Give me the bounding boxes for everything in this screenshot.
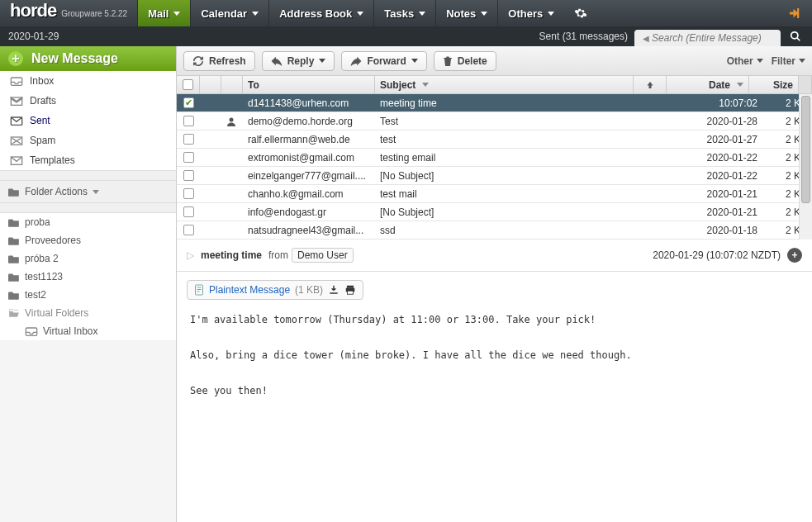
select-all-checkbox[interactable] xyxy=(177,76,200,93)
row-date: 2020-01-22 xyxy=(680,149,762,166)
folder-item[interactable]: proba xyxy=(0,213,176,231)
chevron-down-icon xyxy=(737,83,743,87)
preview-subject: meeting time xyxy=(201,249,262,261)
logout-button[interactable] xyxy=(777,0,812,26)
brand-text: horde xyxy=(10,0,56,21)
message-row[interactable]: d1411438@urhen.com meeting time 10:07:02… xyxy=(177,94,812,112)
sidebar-spam[interactable]: Spam xyxy=(0,130,176,150)
folder-icon xyxy=(8,272,20,282)
forward-button[interactable]: Forward xyxy=(341,51,426,71)
preview-header: ▷ meeting time from Demo User 2020-01-29… xyxy=(177,240,812,272)
chevron-down-icon xyxy=(419,12,425,16)
scrollbar-thumb[interactable] xyxy=(801,96,810,203)
row-checkbox[interactable] xyxy=(183,116,194,126)
plaintext-link[interactable]: Plaintext Message xyxy=(209,284,290,296)
sidebar-inbox[interactable]: Inbox xyxy=(0,71,176,91)
message-row[interactable]: natsudragneel43@gmail... ssd 2020-01-18 … xyxy=(177,221,812,240)
reply-button[interactable]: Reply xyxy=(262,51,335,71)
sidebar-drafts[interactable]: Drafts xyxy=(0,91,176,111)
date-column-header[interactable]: Date xyxy=(667,76,749,93)
icon-column[interactable] xyxy=(221,76,243,93)
print-icon xyxy=(344,284,356,296)
refresh-button[interactable]: Refresh xyxy=(183,51,255,71)
row-checkbox[interactable] xyxy=(183,188,194,199)
message-row[interactable]: chanho.k@gmail.com test mail 2020-01-21 … xyxy=(177,185,812,203)
delete-button[interactable]: Delete xyxy=(434,51,496,71)
row-checkbox[interactable] xyxy=(183,152,194,163)
logo[interactable]: horde Groupware 5.2.22 xyxy=(0,0,137,26)
message-row[interactable]: info@endogast.gr [No Subject] 2020-01-21… xyxy=(177,203,812,221)
virtual-inbox[interactable]: Virtual Inbox xyxy=(0,322,176,340)
chevron-left-icon: ◀ xyxy=(643,34,649,43)
trash-icon xyxy=(443,55,453,67)
folder-item[interactable]: próba 2 xyxy=(0,249,176,268)
row-to: info@endogast.gr xyxy=(243,203,375,221)
svg-rect-16 xyxy=(347,286,354,288)
flag-column[interactable] xyxy=(200,76,221,93)
download-button[interactable] xyxy=(328,284,340,296)
svg-line-2 xyxy=(797,38,800,41)
chevron-down-icon xyxy=(252,12,259,16)
nav-mail[interactable]: Mail xyxy=(137,0,190,26)
search-input[interactable] xyxy=(652,32,776,44)
print-button[interactable] xyxy=(344,284,356,296)
folder-open-icon xyxy=(8,308,20,318)
row-subject: [No Subject] xyxy=(375,167,647,184)
reply-icon xyxy=(271,56,283,66)
virtual-folders-label[interactable]: Virtual Folders xyxy=(0,304,176,322)
nav-notes[interactable]: Notes xyxy=(435,0,497,26)
size-column-header[interactable]: Size xyxy=(749,76,799,93)
nav-others[interactable]: Others xyxy=(497,0,564,26)
chevron-down-icon xyxy=(757,59,763,63)
folder-actions-button[interactable]: Folder Actions xyxy=(0,181,176,203)
expand-button[interactable]: + xyxy=(787,248,802,263)
row-date: 2020-01-22 xyxy=(680,167,762,184)
from-user-chip[interactable]: Demo User xyxy=(292,248,354,263)
sidebar-sent[interactable]: Sent xyxy=(0,111,176,130)
folder-item[interactable]: test2 xyxy=(0,286,176,304)
chevron-down-icon xyxy=(93,190,99,194)
folder-item[interactable]: Proveedores xyxy=(0,231,176,249)
message-row[interactable]: ralf.ellermann@web.de test 2020-01-27 2 … xyxy=(177,130,812,149)
row-subject: test xyxy=(375,130,647,148)
search-box[interactable]: ◀ xyxy=(634,30,781,46)
message-row[interactable]: demo@demo.horde.org Test 2020-01-28 2 KB xyxy=(177,112,812,130)
row-checkbox[interactable] xyxy=(183,134,194,145)
chevron-down-icon xyxy=(173,12,180,16)
refresh-icon xyxy=(192,55,204,67)
settings-gear-button[interactable] xyxy=(564,0,597,26)
message-row[interactable]: extromonist@gmail.com testing email 2020… xyxy=(177,149,812,167)
plaintext-pill: Plaintext Message (1 KB) xyxy=(187,280,363,300)
message-row[interactable]: einzelganger777@gmail.... [No Subject] 2… xyxy=(177,167,812,185)
person-icon xyxy=(226,116,236,126)
gear-icon xyxy=(574,7,587,20)
other-menu-button[interactable]: Other xyxy=(727,55,763,67)
sidebar-templates[interactable]: Templates xyxy=(0,150,176,170)
folder-icon xyxy=(8,217,20,227)
main-nav: MailCalendarAddress BookTasksNotesOthers xyxy=(137,0,564,26)
draft-icon xyxy=(8,95,25,107)
nav-tasks[interactable]: Tasks xyxy=(373,0,435,26)
template-icon xyxy=(8,154,25,166)
folder-actions-label: Folder Actions xyxy=(25,186,88,197)
folder-item[interactable]: test1123 xyxy=(0,268,176,286)
filter-menu-button[interactable]: Filter xyxy=(772,55,805,67)
row-subject: ssd xyxy=(375,221,647,239)
row-date: 2020-01-18 xyxy=(680,221,762,239)
nav-calendar[interactable]: Calendar xyxy=(190,0,268,26)
to-column-header[interactable]: To xyxy=(243,76,375,93)
row-subject: Test xyxy=(375,112,647,130)
triangle-icon: ▷ xyxy=(187,249,194,261)
new-message-button[interactable]: + New Message xyxy=(0,46,176,71)
folder-icon xyxy=(8,187,20,197)
row-checkbox[interactable] xyxy=(183,97,194,108)
nav-address-book[interactable]: Address Book xyxy=(268,0,373,26)
row-checkbox[interactable] xyxy=(183,206,194,217)
subject-column-header[interactable]: Subject xyxy=(375,76,634,93)
row-checkbox[interactable] xyxy=(183,225,194,235)
row-checkbox[interactable] xyxy=(183,170,194,181)
scrollbar[interactable] xyxy=(799,94,812,240)
sort-indicator[interactable] xyxy=(634,76,667,93)
spam-icon xyxy=(8,135,25,146)
search-button[interactable] xyxy=(787,28,804,45)
